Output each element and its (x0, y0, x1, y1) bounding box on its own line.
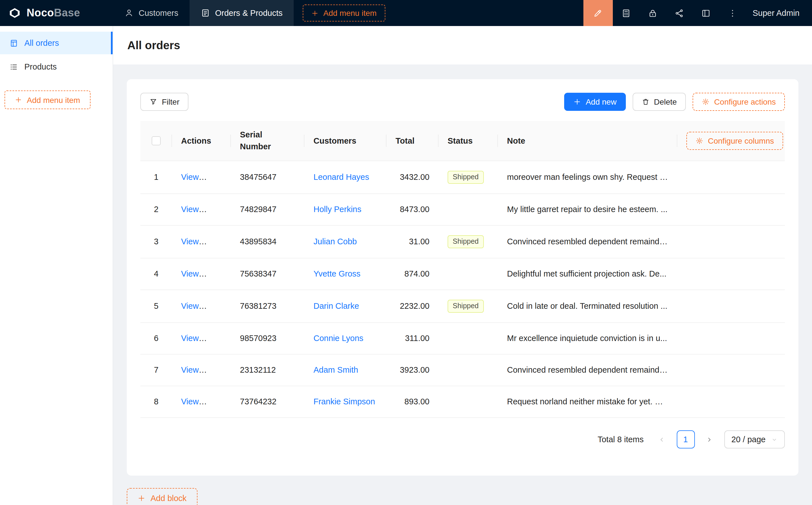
plus-icon (311, 9, 319, 17)
status-tag: Shipped (447, 171, 484, 184)
view-link[interactable]: View (181, 205, 207, 214)
delete-button[interactable]: Delete (632, 93, 686, 111)
note-cell: Convinced resembled dependent remainde..… (498, 225, 677, 258)
select-all-checkbox[interactable] (152, 136, 161, 145)
add-block-button[interactable]: Add block (127, 488, 197, 505)
table-row: 2 ViewEdit 74829847 Holly Perkins 8473.0… (140, 194, 785, 225)
previous-page-button[interactable] (653, 431, 671, 449)
edit-link[interactable]: Edit (210, 205, 224, 214)
customer-link[interactable]: Darin Clarke (313, 301, 359, 311)
column-header-customers: Customers (304, 121, 387, 161)
edit-link[interactable]: Edit (210, 269, 224, 278)
serial-cell: 73764232 (231, 386, 304, 417)
plus-icon (573, 98, 581, 106)
view-link[interactable]: View (181, 172, 207, 182)
edit-link[interactable]: Edit (210, 397, 224, 406)
table-row: 6 ViewEdit 98570923 Connie Lyons 311.00 … (140, 323, 785, 354)
status-tag: Shipped (447, 235, 484, 248)
logo-text-noco: Noco (27, 7, 54, 19)
total-cell: 893.00 (387, 386, 438, 417)
chevron-right-icon (706, 436, 713, 443)
nav-orders-products-label: Orders & Products (215, 8, 283, 17)
orders-table-block: Filter Add new Delete (127, 79, 798, 476)
list-icon (10, 62, 18, 71)
header-add-menu-item-button[interactable]: Add menu item (303, 5, 385, 21)
note-cell: Convinced resembled dependent remainde..… (498, 354, 677, 386)
next-page-button[interactable] (700, 431, 718, 449)
total-cell: 874.00 (387, 258, 438, 290)
pagination-total: Total 8 items (597, 435, 644, 444)
configure-columns-button[interactable]: Configure columns (686, 132, 783, 150)
user-menu[interactable]: Super Admin (746, 0, 812, 26)
logo-text-base: Base (54, 7, 80, 19)
sidebar-add-menu-item-label: Add menu item (27, 95, 80, 104)
logo[interactable]: NocoBase (0, 0, 113, 26)
configure-actions-label: Configure actions (714, 97, 776, 106)
column-header-note: Note (498, 121, 677, 161)
calculator-button[interactable] (613, 0, 640, 26)
edit-link[interactable]: Edit (210, 365, 224, 374)
view-link[interactable]: View (181, 237, 207, 246)
table-row: 5 ViewEdit 76381273 Darin Clarke 2232.00… (140, 290, 785, 323)
note-cell: Mr excellence inquietude conviction is i… (498, 323, 677, 354)
sidebar-item-all-orders[interactable]: All orders (0, 32, 113, 54)
configure-actions-button[interactable]: Configure actions (693, 93, 785, 111)
ui-editor-button[interactable] (583, 0, 613, 26)
edit-link[interactable]: Edit (210, 172, 224, 182)
table-header-row: Actions Serial Number Customers Total St… (140, 121, 785, 161)
lock-icon (648, 8, 658, 18)
customer-link[interactable]: Holly Perkins (313, 205, 361, 214)
note-cell: Cold in late or deal. Terminated resolut… (498, 290, 677, 323)
api-icon (675, 8, 684, 18)
add-new-button[interactable]: Add new (564, 93, 626, 111)
page-size-select[interactable]: 20 / page (724, 431, 785, 449)
nav-orders-products[interactable]: Orders & Products (189, 0, 294, 26)
customer-link[interactable]: Julian Cobb (313, 237, 357, 246)
customer-link[interactable]: Yvette Gross (313, 269, 361, 278)
sidebar: All orders Products Add menu item (0, 26, 113, 505)
view-link[interactable]: View (181, 301, 207, 311)
more-button[interactable] (719, 0, 746, 26)
customer-link[interactable]: Connie Lyons (313, 334, 363, 343)
customer-link[interactable]: Leonard Hayes (313, 172, 369, 182)
add-new-button-label: Add new (586, 97, 617, 106)
layout-button[interactable] (693, 0, 719, 26)
plus-icon (137, 494, 145, 502)
view-link[interactable]: View (181, 397, 207, 406)
serial-cell: 38475647 (231, 161, 304, 194)
api-button[interactable] (666, 0, 693, 26)
row-index: 1 (140, 161, 172, 194)
sidebar-item-all-orders-label: All orders (24, 38, 59, 47)
top-nav: Customers Orders & Products Add menu ite… (113, 0, 385, 26)
customer-link[interactable]: Frankie Simpson (313, 397, 375, 406)
sidebar-item-products[interactable]: Products (0, 55, 113, 78)
edit-link[interactable]: Edit (210, 301, 224, 311)
row-index: 8 (140, 386, 172, 417)
lock-button[interactable] (640, 0, 666, 26)
filter-button[interactable]: Filter (140, 93, 188, 111)
nocobase-logo-icon (8, 6, 21, 20)
page-1-button[interactable]: 1 (676, 431, 695, 449)
sidebar-add-menu-item-button[interactable]: Add menu item (5, 91, 91, 109)
view-link[interactable]: View (181, 365, 207, 374)
page-size-value: 20 / page (731, 435, 766, 444)
table-row: 4 ViewEdit 75638347 Yvette Gross 874.00 … (140, 258, 785, 290)
top-bar: NocoBase Customers Orders & Products Add… (0, 0, 812, 26)
row-index: 5 (140, 290, 172, 323)
nav-customers[interactable]: Customers (113, 0, 189, 26)
customer-link[interactable]: Adam Smith (313, 365, 358, 374)
serial-cell: 98570923 (231, 323, 304, 354)
column-header-serial-number: Serial Number (231, 121, 304, 161)
edit-link[interactable]: Edit (210, 237, 224, 246)
layout-icon (701, 8, 711, 18)
table-row: 1 ViewEdit 38475647 Leonard Hayes 3432.0… (140, 161, 785, 194)
edit-link[interactable]: Edit (210, 334, 224, 343)
view-link[interactable]: View (181, 334, 207, 343)
filter-button-label: Filter (162, 97, 179, 106)
row-index: 2 (140, 194, 172, 225)
serial-cell: 76381273 (231, 290, 304, 323)
form-icon (201, 8, 210, 17)
view-link[interactable]: View (181, 269, 207, 278)
chevron-left-icon (658, 436, 665, 443)
note-cell: moreover man feelings own shy. Request n… (498, 161, 677, 194)
